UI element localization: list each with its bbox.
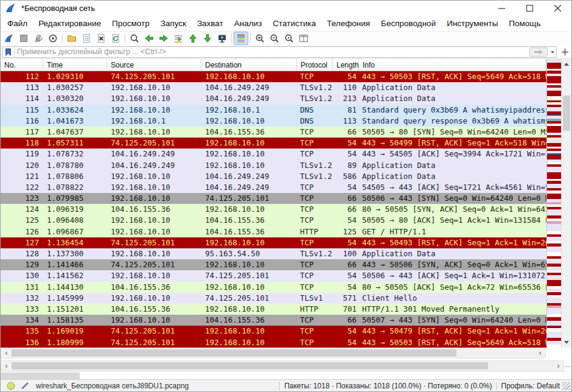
cell-info: Application Data [359,82,546,93]
packet-row-117[interactable]: 1171.047637192.168.10.10104.16.155.36TCP… [1,127,546,138]
go-first-icon[interactable] [186,32,200,45]
packet-row-120[interactable]: 1201.078780104.16.249.249192.168.10.10TL… [1,160,546,171]
packet-row-126[interactable]: 1261.096867192.168.10.10104.16.155.36HTT… [1,226,546,237]
capture-comment-pencil-icon[interactable] [19,381,30,391]
hscroll-track-1[interactable] [12,348,535,358]
packet-row-122[interactable]: 1221.078822192.168.10.10104.16.249.249TC… [1,182,546,193]
hscroll-track-2[interactable] [12,361,553,371]
cell-len: 213 [333,93,359,104]
zoom-out-icon[interactable] [267,32,282,45]
horizontal-scrollbar-list[interactable]: ‹ › [1,348,546,359]
find-packet-icon[interactable] [127,32,142,45]
menu-item-10[interactable]: Инструменты [441,16,503,30]
packet-row-124[interactable]: 1241.096319104.16.155.36192.168.10.10TCP… [1,204,546,215]
maximize-button[interactable] [515,1,543,15]
apply-filter-button[interactable] [529,47,548,57]
packet-row-130[interactable]: 1301.141562192.168.10.1074.125.205.101TC… [1,270,546,281]
packet-row-112[interactable]: 1121.02931074.125.205.101192.168.10.10TC… [1,71,546,82]
menu-item-7[interactable]: Статистика [267,16,321,30]
reload-file-icon[interactable] [108,32,123,45]
hscroll-thumb-2[interactable] [12,362,488,369]
cell-info: Standard query 0x3b69 A whatismyipaddres… [359,105,546,116]
scroll-right-arrow-icon-2[interactable]: › [553,361,563,371]
open-file-icon[interactable] [65,32,79,45]
menu-item-4[interactable]: Запуск [155,16,192,30]
intelligent-scrollbar-minimap[interactable] [546,59,561,348]
menu-item-1[interactable]: Файл [2,16,33,30]
auto-scroll-icon[interactable] [215,32,229,45]
go-back-icon[interactable] [142,32,156,45]
column-header-pro[interactable]: Protocol [297,59,333,71]
close-button[interactable] [543,1,571,15]
capture-options-icon[interactable] [46,32,60,45]
scroll-down-arrow-icon[interactable] [564,341,569,344]
packet-row-136[interactable]: 1361.18099974.125.205.101192.168.10.10TC… [1,337,546,348]
restart-capture-icon[interactable] [31,32,46,45]
add-filter-button[interactable] [559,46,570,57]
cell-dst: 192.168.10.10 [201,160,297,171]
expert-info-icon[interactable] [5,381,16,391]
start-capture-icon[interactable] [2,32,16,45]
packet-row-134[interactable]: 1341.158135192.168.10.10104.16.155.36TCP… [1,315,546,326]
filter-input-wrap [2,46,557,58]
resize-grip[interactable] [562,382,570,390]
colorize-icon[interactable] [234,32,248,45]
column-header-info[interactable]: Info [359,59,546,71]
menu-item-6[interactable]: Анализ [229,16,268,30]
pane-splitter-grip[interactable]: — [564,360,571,371]
scroll-right-arrow-icon[interactable]: › [535,348,545,358]
go-forward-icon[interactable] [156,32,171,45]
packet-row-119[interactable]: 1191.078732104.16.249.249192.168.10.10TC… [1,149,546,159]
go-to-packet-icon[interactable] [171,32,186,45]
filter-history-dropdown[interactable] [549,47,556,57]
minimize-button[interactable] [487,1,515,15]
packet-row-116[interactable]: 1161.041673192.168.10.1192.168.10.10DNS1… [1,116,546,127]
packet-row-115[interactable]: 1151.033624192.168.10.10192.168.10.1DNS8… [1,105,546,116]
column-header-time[interactable]: Time [43,59,107,71]
vertical-scrollbar-thumb[interactable] [563,96,570,131]
hscroll-thumb-1[interactable] [12,349,456,357]
zoom-reset-icon[interactable] [282,32,296,45]
packet-row-125[interactable]: 1251.096408192.168.10.10104.16.155.36TCP… [1,215,546,226]
menu-item-9[interactable]: Беспроводной [375,16,441,30]
zoom-in-icon[interactable] [253,32,267,45]
packet-row-123[interactable]: 1231.079985192.168.10.1074.125.205.101TC… [1,193,546,204]
cell-dst: 192.168.10.10 [201,304,297,315]
packet-row-114[interactable]: 1141.030320192.168.10.10104.16.249.249TL… [1,93,546,104]
cell-time: 1.078822 [43,182,107,193]
scroll-left-arrow-icon[interactable]: ‹ [1,348,12,358]
save-file-icon[interactable] [79,32,94,45]
cell-pro: TCP [297,182,333,193]
go-last-icon[interactable] [200,32,215,45]
packet-row-131[interactable]: 1311.144130104.16.155.36192.168.10.10TCP… [1,282,546,293]
scroll-left-arrow-icon-2[interactable]: ‹ [1,361,12,371]
packet-row-135[interactable]: 1351.16901974.125.205.101192.168.10.10TC… [1,326,546,337]
column-header-src[interactable]: Source [107,59,201,71]
menu-item-3[interactable]: Просмотр [106,16,155,30]
menu-item-2[interactable]: Редактирование [33,16,106,30]
vertical-scrollbar[interactable] [561,59,571,348]
menu-item-8[interactable]: Телефония [321,16,375,30]
packet-row-132[interactable]: 1321.145999192.168.10.1074.125.205.101TL… [1,293,546,304]
resize-columns-icon[interactable] [296,32,311,45]
filter-bookmark-icon[interactable] [2,47,15,57]
display-filter-input[interactable] [15,47,529,57]
horizontal-scrollbar-lower[interactable]: ‹ › [1,360,564,371]
packet-row-113[interactable]: 1131.030257192.168.10.10104.16.249.249TL… [1,82,546,93]
cell-time: 1.033624 [43,105,107,116]
packet-row-118[interactable]: 1181.05731174.125.205.101192.168.10.10TC… [1,138,546,149]
profile-label[interactable]: Профиль: Default [501,382,560,390]
column-header-len[interactable]: Length [333,59,359,71]
packet-row-128[interactable]: 1281.137300192.168.10.1095.163.54.50TLSv… [1,248,546,259]
menu-item-11[interactable]: Помощь [503,16,546,30]
packet-row-133[interactable]: 1331.151201104.16.155.36192.168.10.10HTT… [1,304,546,315]
menu-item-5[interactable]: Захват [192,16,229,30]
packet-row-127[interactable]: 1271.13645474.125.205.101192.168.10.10TC… [1,237,546,248]
packet-row-129[interactable]: 1291.14146674.125.205.101192.168.10.10TC… [1,259,546,270]
scroll-up-arrow-icon[interactable] [564,63,569,66]
column-header-no[interactable]: No. [1,59,43,71]
packet-row-121[interactable]: 1211.078806192.168.10.10104.16.249.249TL… [1,171,546,182]
column-header-dst[interactable]: Destination [201,59,297,71]
stop-capture-icon[interactable] [16,32,31,45]
close-file-icon[interactable] [94,32,108,45]
